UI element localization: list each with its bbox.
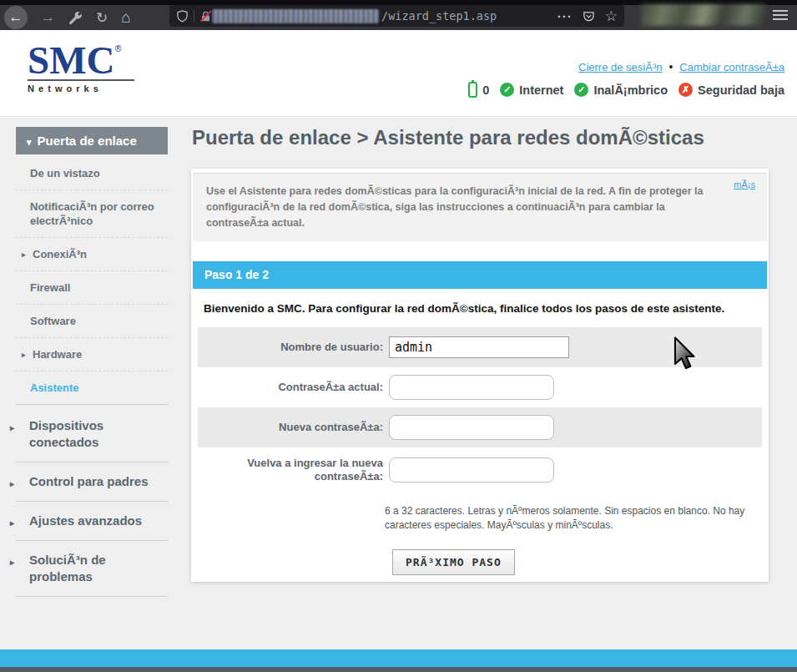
sidebar-header-label: Puerta de enlace: [38, 134, 137, 148]
reload-icon[interactable]: ↻: [96, 9, 108, 27]
sidebar-nav: ▾Puerta de enlace De un vistazo Notifica…: [16, 127, 168, 597]
home-icon[interactable]: ⌂: [121, 8, 130, 27]
sidebar-item-label: Firewall: [30, 281, 70, 294]
insecure-lock-icon[interactable]: [199, 10, 212, 23]
sidebar-item-conexion[interactable]: ▸ ConexiÃ³n: [16, 238, 168, 271]
sidebar-item-asistente[interactable]: Asistente: [16, 371, 168, 405]
intro-box: Use el Asistente para redes domÃ©sticas …: [193, 173, 767, 241]
sidebar-item-notificacion[interactable]: NotificaciÃ³n por correo electrÃ³nico: [16, 190, 168, 238]
sidebar-section-label: Control para padres: [29, 474, 149, 488]
browser-toolbar: ← → ↻ ⌂ /wizard_step1.asp ···: [0, 0, 797, 30]
back-button[interactable]: ←: [4, 6, 28, 29]
logout-link[interactable]: Cierre de sesiÃ³n: [578, 61, 662, 73]
logo-registered-mark: ®: [114, 43, 121, 53]
urlbar-divider: [194, 9, 194, 23]
shield-icon[interactable]: [176, 10, 189, 23]
form-row-username: Nombre de usuario:: [198, 327, 762, 367]
url-path-text[interactable]: /wizard_step1.asp: [381, 9, 557, 23]
sidebar-item-label: Hardware: [33, 348, 82, 361]
chevron-right-icon: ▸: [10, 554, 14, 571]
sidebar-item-label: Software: [30, 315, 76, 327]
page-actions-icon[interactable]: ···: [557, 9, 573, 23]
sidebar-item-puerta-de-enlace[interactable]: ▾Puerta de enlace: [16, 127, 168, 154]
new-password-field[interactable]: [389, 415, 554, 440]
next-step-button[interactable]: PRÃ³XIMO PASO: [392, 549, 515, 575]
new-password-label: Nueva contraseÃ±a:: [198, 421, 389, 434]
content-card: Use el Asistente para redes domÃ©sticas …: [191, 169, 769, 582]
back-icon: ←: [9, 9, 23, 26]
url-bar[interactable]: /wizard_step1.asp ··· ☆: [169, 5, 624, 27]
battery-count: 0: [482, 83, 489, 97]
sidebar-item-label: NotificaciÃ³n por correo electrÃ³nico: [30, 200, 154, 227]
username-label: Nombre de usuario:: [198, 341, 389, 354]
sidebar-item-ajustes-avanzados[interactable]: ▸ Ajustes avanzados: [16, 502, 168, 541]
sidebar-item-hardware[interactable]: ▸ Hardware: [16, 338, 168, 371]
status-wireless: ✓ InalÃ¡mbrico: [574, 83, 668, 97]
sidebar-item-dispositivos-conectados[interactable]: ▸ Dispositivos conectados: [16, 407, 168, 462]
status-internet: ✓ Internet: [500, 83, 563, 97]
change-password-link[interactable]: Cambiar contraseÃ±a: [679, 61, 784, 73]
cross-circle-icon: ✗: [678, 83, 693, 97]
welcome-text: Bienvenido a SMC. Para configurar la red…: [204, 302, 769, 315]
chevron-right-icon: ▸: [10, 515, 14, 532]
wizard-form: Nombre de usuario: ContraseÃ±a actual: N…: [198, 327, 762, 493]
chevron-right-icon: ▸: [22, 348, 26, 362]
wrench-icon[interactable]: [68, 11, 83, 25]
confirm-password-field[interactable]: [389, 457, 554, 483]
sidebar-item-solucion-de-problemas[interactable]: ▸ SoluciÃ³n de problemas: [16, 541, 168, 597]
pocket-icon[interactable]: [583, 10, 595, 23]
redacted-extension-blur: [641, 4, 766, 26]
battery-icon: [468, 82, 477, 98]
sidebar-item-control-para-padres[interactable]: ▸ Control para padres: [16, 462, 168, 502]
chevron-right-icon: ▸: [10, 420, 14, 437]
form-row-confirm-password: Vuelva a ingresar la nueva contraseÃ±a:: [198, 447, 762, 493]
sidebar-item-label: Asistente: [30, 381, 79, 394]
status-security: ✗ Seguridad baja: [678, 83, 784, 97]
status-label: InalÃ¡mbrico: [593, 83, 668, 97]
sidebar-section-label: Dispositivos conectados: [29, 418, 103, 449]
chevron-right-icon: ▸: [22, 248, 26, 262]
redacted-host-blur: [212, 9, 379, 23]
page-title: Puerta de enlace > Asistente para redes …: [192, 126, 704, 149]
sidebar-item-software[interactable]: Software: [16, 305, 168, 338]
status-label: Seguridad baja: [698, 83, 784, 97]
logo-text: SMC: [28, 38, 114, 82]
sidebar-item-label: De un vistazo: [30, 167, 100, 179]
check-circle-icon: ✓: [500, 83, 514, 97]
more-link[interactable]: mÃ¡s: [734, 179, 755, 189]
form-row-current-password: ContraseÃ±a actual:: [198, 367, 762, 407]
sidebar-section-label: SoluciÃ³n de problemas: [29, 553, 106, 584]
status-label: Internet: [519, 83, 563, 97]
password-rules-note: 6 a 32 caracteres. Letras y nÃºmeros sol…: [385, 504, 769, 533]
sidebar-section-label: Ajustes avanzados: [29, 513, 142, 528]
form-row-new-password: Nueva contraseÃ±a:: [198, 407, 762, 447]
bookmark-star-icon[interactable]: ☆: [605, 8, 618, 25]
sidebar-item-de-un-vistazo[interactable]: De un vistazo: [16, 157, 168, 190]
username-field[interactable]: [389, 336, 569, 358]
sidebar-item-firewall[interactable]: Firewall: [16, 271, 168, 305]
forward-icon[interactable]: →: [41, 9, 55, 26]
sidebar-item-label: ConexiÃ³n: [33, 248, 87, 260]
chevron-down-icon: ▾: [27, 137, 32, 147]
chevron-right-icon: ▸: [10, 476, 14, 493]
link-separator-bullet: •: [668, 60, 673, 73]
current-password-label: ContraseÃ±a actual:: [198, 381, 389, 394]
current-password-field[interactable]: [389, 375, 554, 400]
step-header: Paso 1 de 2: [193, 261, 767, 289]
smc-logo: SMC® N e t w o r k s: [28, 42, 144, 93]
footer-bottom-strip: [0, 667, 797, 672]
footer-bar: [0, 649, 797, 667]
intro-text: Use el Asistente para redes domÃ©sticas …: [206, 184, 715, 231]
confirm-password-label: Vuelva a ingresar la nueva contraseÃ±a:: [198, 457, 389, 483]
logo-subtext: N e t w o r k s: [28, 83, 144, 93]
site-header: SMC® N e t w o r k s Cierre de sesiÃ³n •…: [0, 30, 797, 117]
menu-icon[interactable]: [773, 8, 788, 23]
check-circle-icon: ✓: [574, 83, 588, 97]
